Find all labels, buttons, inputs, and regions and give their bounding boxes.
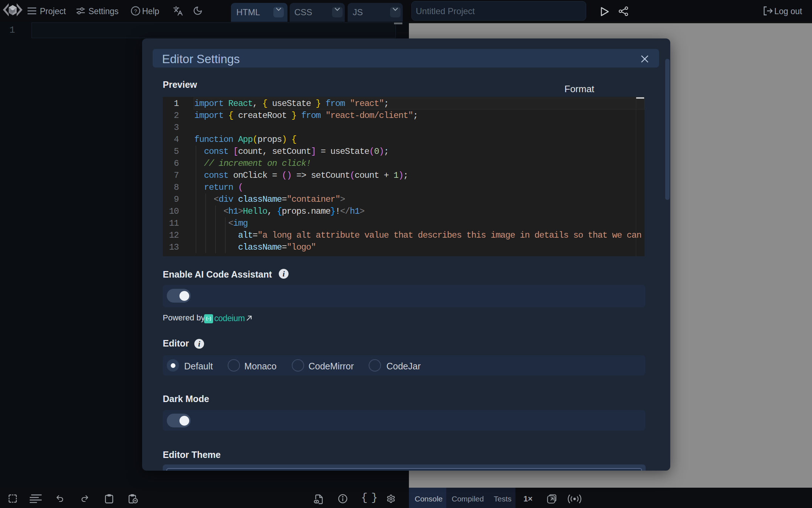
svg-text:?: ?	[134, 8, 137, 14]
